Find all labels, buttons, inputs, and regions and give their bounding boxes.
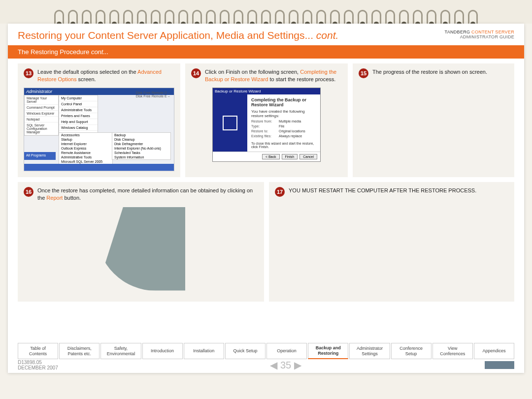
menu-item[interactable]: System Information — [112, 155, 170, 159]
page-title: Restoring your Content Server Applicatio… — [18, 30, 338, 41]
menu-item[interactable]: Printers and Faxes — [59, 113, 98, 119]
menu-item[interactable]: Command Prompt — [25, 105, 58, 111]
wizard-icon — [223, 116, 237, 130]
document-page: Restoring your Content Server Applicatio… — [8, 24, 524, 373]
menu-item[interactable]: Control Panel — [59, 101, 98, 107]
menu-item[interactable]: Remote Assistance — [59, 151, 112, 155]
menu-item[interactable]: Scheduled Tasks — [112, 151, 170, 155]
step-badge-13: 13 — [24, 68, 33, 78]
section-bar: The Restoring Procedure cont... — [8, 45, 524, 59]
menu-item[interactable]: Accessories — [59, 133, 112, 137]
step-13: 13 Leave the default options selected on… — [18, 63, 180, 177]
menu-item[interactable]: Microsoft SQL Server 2005 — [59, 159, 112, 164]
step-15: 15 The progress of the restore is shown … — [353, 63, 514, 177]
menu-item[interactable]: SQL Server Configuration Manager — [25, 123, 58, 135]
menu-item[interactable]: Help and Support — [59, 119, 98, 125]
screenshot-wizard: Backup or Restore Wizard Completing the … — [212, 88, 321, 162]
screenshot-placeholder — [97, 207, 185, 291]
menu-item[interactable]: Disk Defragmenter — [112, 142, 170, 146]
menu-item[interactable]: Notepad — [25, 117, 58, 123]
brand-logo — [485, 361, 514, 369]
nav-tabs: Table ofContentsDisclaimers,Patents etc.… — [18, 343, 514, 359]
nav-tab[interactable]: Introduction — [142, 343, 183, 359]
step-16: 16 Once the restore has completed, more … — [18, 182, 264, 302]
nav-tab[interactable]: Operation — [266, 343, 307, 359]
menu-item[interactable]: Backup — [112, 133, 170, 137]
menu-item[interactable]: Internet Explorer (No Add-ons) — [112, 146, 170, 151]
step-badge-14: 14 — [191, 68, 201, 78]
page-footer: D13898.05 DECEMBER 2007 ◀ 35 ▶ — [18, 359, 514, 371]
step-14: 14 Click on Finish on the following scre… — [185, 63, 348, 177]
menu-item[interactable]: Windows Catalog — [59, 125, 98, 131]
doc-date: DECEMBER 2007 — [18, 365, 87, 370]
step-badge-15: 15 — [359, 68, 368, 78]
step-14-text: Click on Finish on the following screen,… — [205, 68, 342, 84]
step-17-text: YOU MUST RESTART THE COMPUTER AFTER THE … — [289, 187, 476, 194]
menu-item[interactable]: Administrative Tools — [59, 107, 98, 113]
wizard-cancel-button[interactable]: Cancel — [299, 154, 317, 159]
brand-block: TANDBERG CONTENT SERVER ADMINISTRATOR GU… — [445, 30, 514, 39]
menu-item[interactable]: Startup — [59, 137, 112, 142]
menu-item[interactable]: Internet Explorer — [59, 142, 112, 146]
step-badge-17: 17 — [275, 187, 285, 197]
menu-item[interactable]: Outlook Express — [59, 146, 112, 151]
pager: ◀ 35 ▶ — [87, 359, 485, 371]
menu-item[interactable]: Windows Explorer — [25, 111, 58, 117]
next-arrow-icon[interactable]: ▶ — [294, 360, 301, 370]
nav-tab[interactable]: Safety,Environmental — [100, 343, 141, 359]
screenshot-start-menu: Administrator Disk Free Remote D –Disk F… — [24, 88, 174, 171]
nav-tab[interactable]: AdministratorSettings — [349, 343, 390, 359]
doc-id: D13898.05 — [18, 360, 87, 365]
nav-tab[interactable]: Quick Setup — [225, 343, 266, 359]
nav-tab[interactable]: Table ofContents — [18, 343, 58, 359]
page-number: 35 — [280, 360, 291, 370]
step-17: 17 YOU MUST RESTART THE COMPUTER AFTER T… — [269, 182, 514, 302]
menu-item[interactable]: Manage Your Server — [25, 95, 58, 105]
nav-tab[interactable]: ViewConferences — [432, 343, 473, 359]
nav-tab[interactable]: Appendices — [474, 343, 514, 359]
nav-tab[interactable]: Backup andRestoring — [308, 343, 348, 359]
nav-tab[interactable]: Disclaimers,Patents etc. — [59, 343, 100, 359]
menu-item[interactable]: My Computer — [59, 95, 98, 101]
step-13-text: Leave the default options selected on th… — [37, 68, 174, 84]
nav-tab[interactable]: ConferenceSetup — [391, 343, 432, 359]
spiral-binding — [0, 0, 532, 24]
menu-item[interactable]: Disk Cleanup — [112, 137, 170, 142]
nav-tab[interactable]: Installation — [184, 343, 224, 359]
menu-item[interactable]: Administrative Tools — [59, 155, 112, 159]
prev-arrow-icon[interactable]: ◀ — [270, 360, 277, 370]
step-badge-16: 16 — [24, 187, 33, 197]
wizard-back-button[interactable]: < Back — [262, 154, 280, 159]
step-15-text: The progress of the restore is shown on … — [372, 68, 487, 76]
step-16-text: Once the restore has completed, more det… — [37, 187, 258, 202]
wizard-finish-button[interactable]: Finish — [282, 154, 298, 159]
